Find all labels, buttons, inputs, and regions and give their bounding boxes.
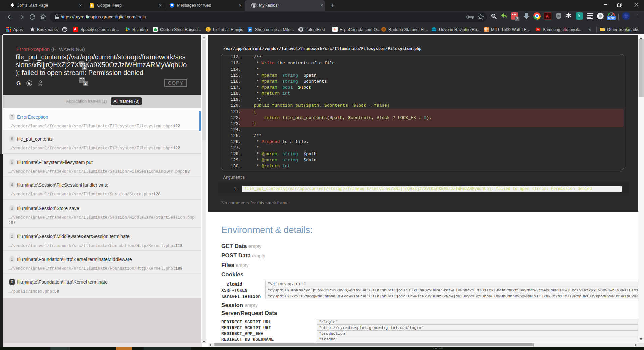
svg-text:UD: UD xyxy=(557,15,560,17)
